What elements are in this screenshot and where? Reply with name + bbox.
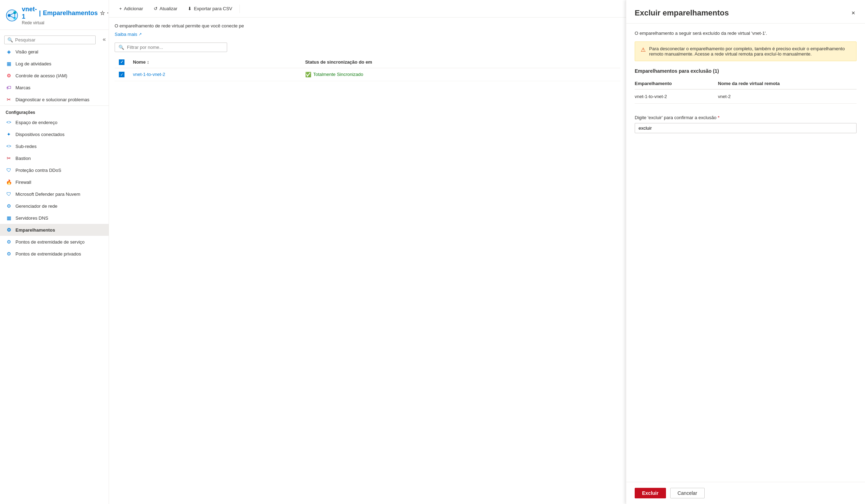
sidebar-item-pontos-extremidade[interactable]: ⚙ Pontos de extremidade de serviço <box>0 236 109 248</box>
sidebar-item-label: Espaço de endereço <box>15 120 57 125</box>
confirm-label-text: Digite 'excluir' para confirmar a exclus… <box>635 115 717 120</box>
sidebar-item-gerenciador-rede[interactable]: ⚙ Gerenciador de rede <box>0 200 109 212</box>
sidebar-item-defender[interactable]: 🛡 Microsoft Defender para Nuvem <box>0 188 109 200</box>
dispositivos-icon: ✦ <box>6 131 12 137</box>
configuracoes-section-header: Configurações <box>0 105 109 116</box>
confirm-label: Digite 'excluir' para confirmar a exclus… <box>635 115 857 120</box>
sidebar-item-log-atividades[interactable]: ▦ Log de atividades <box>0 58 109 70</box>
nav-list: ◈ Visão geral ▦ Log de atividades ⚙ Cont… <box>0 46 109 105</box>
sidebar-header: vnet-1 | Emparelhamentos ☆ ··· Rede virt… <box>0 0 109 30</box>
servidores-dns-icon: ▦ <box>6 215 12 221</box>
sidebar-item-label: Bastion <box>15 156 31 161</box>
sidebar-item-label: Sub-redes <box>15 144 37 149</box>
controle-acesso-icon: ⚙ <box>6 72 12 79</box>
sidebar-item-label: Controle de acesso (IAM) <box>15 73 67 78</box>
sidebar-item-bastion[interactable]: ✂ Bastion <box>0 152 109 164</box>
close-panel-button[interactable]: × <box>850 8 857 18</box>
sidebar-item-visao-geral[interactable]: ◈ Visão geral <box>0 46 109 58</box>
search-box: 🔍 <box>4 35 96 44</box>
log-atividades-icon: ▦ <box>6 60 12 67</box>
sidebar-item-marcas[interactable]: 🏷 Marcas <box>0 82 109 93</box>
excluir-button[interactable]: Excluir <box>635 488 666 498</box>
main-content-area: + Adicionar ↺ Atualizar ⬇ Exportar para … <box>109 0 626 504</box>
sidebar-item-diagnosticar[interactable]: ✂ Diagnosticar e solucionar problemas <box>0 93 109 105</box>
warning-box: ⚠ Para desconectar o emparelhamento por … <box>635 41 857 61</box>
filter-icon: 🔍 <box>118 45 124 50</box>
protecao-ddos-icon: 🛡 <box>6 167 12 173</box>
status-check-icon: ✅ <box>305 72 311 77</box>
intro-text: O emparelhamento de rede virtual permite… <box>115 23 620 28</box>
warning-icon: ⚠ <box>641 46 646 57</box>
sidebar-item-label: Proteção contra DDoS <box>15 168 61 173</box>
panel-description: O emparelhamento a seguir será excluído … <box>635 31 857 36</box>
refresh-icon: ↺ <box>154 6 158 11</box>
select-all-checkbox-header[interactable]: ✓ <box>115 56 129 68</box>
sidebar-item-label: Servidores DNS <box>15 215 48 221</box>
panel-peering-name: vnet-1-to-vnet-2 <box>635 89 718 104</box>
panel-peerings-table: Emparelhamento Nome da rede virtual remo… <box>635 78 857 104</box>
search-input[interactable] <box>15 37 92 43</box>
cancelar-button[interactable]: Cancelar <box>670 488 705 498</box>
sidebar-item-sub-redes[interactable]: <> Sub-redes <box>0 140 109 152</box>
row-checkbox[interactable]: ✓ <box>119 72 124 77</box>
main-toolbar: + Adicionar ↺ Atualizar ⬇ Exportar para … <box>109 0 626 18</box>
sidebar-item-label: Emparelhamentos <box>15 227 55 233</box>
sidebar-item-servidores-dns[interactable]: ▦ Servidores DNS <box>0 212 109 224</box>
sidebar-item-label: Marcas <box>15 85 31 90</box>
filter-input[interactable] <box>127 45 223 50</box>
firewall-icon: 🔥 <box>6 179 12 185</box>
sidebar-item-protecao-ddos[interactable]: 🛡 Proteção contra DDoS <box>0 164 109 176</box>
sidebar-item-controle-acesso[interactable]: ⚙ Controle de acesso (IAM) <box>0 70 109 82</box>
sidebar-item-firewall[interactable]: 🔥 Firewall <box>0 176 109 188</box>
pontos-extremidade-privados-icon: ⚙ <box>6 251 12 257</box>
refresh-button[interactable]: ↺ Atualizar <box>149 4 182 14</box>
peering-name-cell: vnet-1-to-vnet-2 <box>129 68 301 81</box>
sidebar-item-pontos-extremidade-privados[interactable]: ⚙ Pontos de extremidade privados <box>0 248 109 260</box>
export-button[interactable]: ⬇ Exportar para CSV <box>183 4 237 14</box>
collapse-sidebar-button[interactable]: « <box>100 35 109 43</box>
sidebar-item-label: Pontos de extremidade de serviço <box>15 239 85 245</box>
sidebar-item-label: Pontos de extremidade privados <box>15 251 81 257</box>
diagnosticar-icon: ✂ <box>6 96 12 103</box>
sidebar-item-dispositivos-conectados[interactable]: ✦ Dispositivos conectados <box>0 128 109 140</box>
defender-icon: 🛡 <box>6 191 12 197</box>
espaco-endereco-icon: <> <box>6 119 12 125</box>
vnet-logo-icon <box>6 9 18 22</box>
panel-table-row: vnet-1-to-vnet-2 vnet-2 <box>635 89 857 104</box>
required-star: * <box>718 115 719 120</box>
peerings-section-title: Emparelhamentos para exclusão (1) <box>635 68 857 74</box>
resource-name-header: vnet-1 | Emparelhamentos ☆ ··· <box>22 6 109 20</box>
favorite-icon[interactable]: ☆ <box>100 10 105 17</box>
learn-more-link[interactable]: Saiba mais ↗ <box>115 32 142 37</box>
visao-geral-icon: ◈ <box>6 49 12 55</box>
add-button[interactable]: + Adicionar <box>115 4 148 14</box>
sidebar-item-espaco-endereco[interactable]: <> Espaço de endereço <box>0 116 109 128</box>
resource-type: Rede virtual <box>22 20 109 25</box>
external-link-icon: ↗ <box>139 32 142 37</box>
sidebar-item-label: Log de atividades <box>15 61 51 66</box>
table-row: ✓ vnet-1-to-vnet-2 ✅ Totalmente Sincroni… <box>115 68 620 81</box>
row-checkbox-cell[interactable]: ✓ <box>115 68 129 81</box>
select-all-checkbox[interactable]: ✓ <box>119 59 124 65</box>
panel-footer: Excluir Cancelar <box>626 482 865 504</box>
pontos-extremidade-icon: ⚙ <box>6 239 12 245</box>
gerenciador-rede-icon: ⚙ <box>6 203 12 209</box>
export-icon: ⬇ <box>188 6 192 11</box>
vnet-name: vnet-1 <box>22 6 37 20</box>
sidebar-item-label: Dispositivos conectados <box>15 132 64 137</box>
sidebar: vnet-1 | Emparelhamentos ☆ ··· Rede virt… <box>0 0 109 504</box>
peering-name-link[interactable]: vnet-1-to-vnet-2 <box>133 72 165 77</box>
sidebar-item-label: Firewall <box>15 180 31 185</box>
status-text: Totalmente Sincronizado <box>313 72 363 77</box>
status-badge: ✅ Totalmente Sincronizado <box>305 72 363 77</box>
bastion-icon: ✂ <box>6 155 12 161</box>
sidebar-item-label: Visão geral <box>15 49 38 54</box>
panel-header: Excluir emparelhamentos × <box>626 0 865 24</box>
add-label: Adicionar <box>124 6 143 11</box>
toolbar-separator <box>239 5 240 13</box>
sidebar-item-emparelhamentos[interactable]: ⚙ Emparelhamentos <box>0 224 109 236</box>
confirm-input[interactable] <box>635 123 857 133</box>
marcas-icon: 🏷 <box>6 84 12 91</box>
peering-status-cell: ✅ Totalmente Sincronizado <box>301 68 620 81</box>
col-status-header: Status de sincronização do em <box>301 56 620 68</box>
